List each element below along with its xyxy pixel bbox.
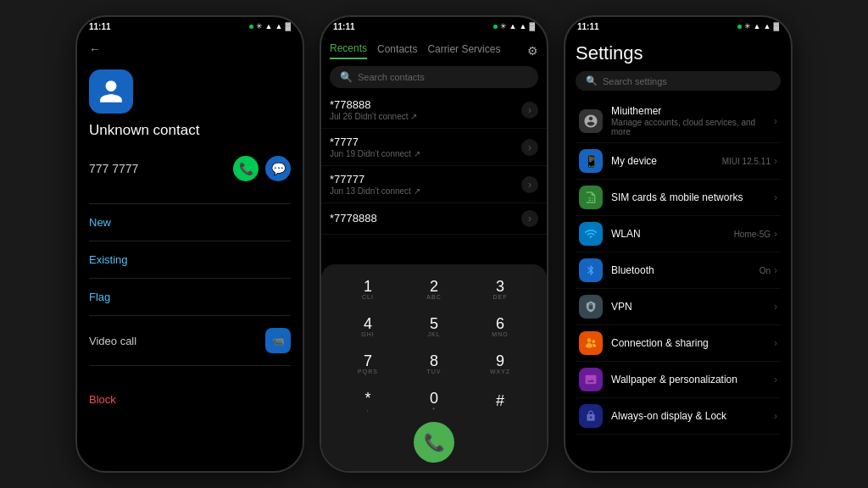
connection-icon [579, 331, 603, 355]
dial-call-button[interactable]: 📞 [414, 422, 454, 463]
contacts-search-bar[interactable]: 🔍 Search contacts [330, 66, 538, 88]
dialpad-key-1[interactable]: 1 CLI [346, 273, 390, 305]
settings-item-wallpaper[interactable]: Wallpaper & personalization › [576, 362, 781, 398]
settings-item-mydevice[interactable]: 📱 My device MIUI 12.5.11 › [576, 143, 781, 180]
dialpad-key-7[interactable]: 7 PQRS [346, 347, 390, 380]
chevron-icon-wallpaper: › [774, 374, 777, 385]
divider-4 [89, 315, 291, 316]
settings-item-miuithemer[interactable]: Miuithemer Manage accounts, cloud servic… [576, 99, 781, 143]
dialpad-num-9: 9 [496, 353, 504, 369]
dialpad-num-star: * [364, 391, 370, 406]
contact-screen: ← Unknown contact 777 7777 📞 💬 New [77, 36, 303, 421]
contact-avatar [89, 69, 133, 114]
search-icon-settings: 🔍 [586, 75, 598, 86]
call-button[interactable]: 📞 [233, 156, 259, 181]
battery-icon-2: ▓ [529, 22, 535, 30]
battery-icon: ▓ [285, 22, 291, 30]
settings-search-bar[interactable]: 🔍 Search settings [576, 71, 781, 91]
search-icon-dialer: 🔍 [340, 71, 353, 83]
tab-contacts[interactable]: Contacts [377, 43, 417, 58]
dialpad-key-hash[interactable]: # [478, 385, 522, 417]
call-number-4: *7778888 [330, 212, 521, 225]
settings-item-vpn[interactable]: VPN › [576, 289, 781, 325]
dialpad-row-3: 7 PQRS 8 TUV 9 WXYZ [335, 347, 533, 380]
divider-1 [89, 203, 291, 204]
dialpad-sub-5: JKL [427, 331, 440, 337]
dialpad-num-7: 7 [364, 353, 372, 369]
settings-item-wlan[interactable]: WLAN Home-5G › [576, 216, 781, 252]
tab-recents[interactable]: Recents [330, 42, 367, 59]
dialpad-key-0[interactable]: 0 + [412, 385, 456, 417]
new-menu-item[interactable]: New [89, 208, 291, 237]
call-chevron-3: › [521, 176, 538, 193]
dialpad-sub-0: + [431, 406, 436, 412]
settings-item-sim[interactable]: SIM cards & mobile networks › [576, 180, 781, 216]
phone-1: 11:11 ✳ ▲ ▲ ▓ ← Unknown contact 777 7777 [75, 15, 304, 473]
recent-call-4[interactable]: *7778888 › [321, 203, 547, 235]
screen-3: Settings 🔍 Search settings Miuithemer Ma… [565, 36, 791, 471]
signal-icon-2: ▲ [509, 22, 517, 30]
dialpad-sub-7: PQRS [358, 369, 378, 374]
recent-call-2[interactable]: *7777 Jun 19 Didn't connect ↗ › [321, 129, 547, 166]
aod-text: Always-on display & Lock [611, 410, 774, 422]
wifi-icon-3: ▲ [764, 22, 771, 30]
dialpad-key-8[interactable]: 8 TUV [412, 347, 456, 380]
settings-item-connection[interactable]: Connection & sharing › [576, 325, 781, 362]
avatar-icon [97, 78, 125, 105]
dialpad-key-6[interactable]: 6 MNO [478, 310, 522, 342]
tab-carrier[interactable]: Carrier Services [427, 43, 500, 58]
call-chevron-1: › [521, 102, 538, 119]
recent-call-1[interactable]: *778888 Jul 26 Didn't connect ↗ › [321, 92, 547, 129]
connection-text: Connection & sharing [611, 337, 774, 349]
status-bar-1: 11:11 ✳ ▲ ▲ ▓ [77, 17, 303, 36]
video-call-row: Video call 📹 [89, 319, 291, 362]
status-time-2: 11:11 [333, 22, 355, 31]
dialpad-num-hash: # [496, 393, 504, 408]
wlan-title: WLAN [611, 228, 734, 240]
settings-screen: Settings 🔍 Search settings Miuithemer Ma… [565, 36, 791, 441]
dialer-screen: Recents Contacts Carrier Services ⚙ 🔍 Se… [321, 36, 547, 471]
settings-item-aod[interactable]: Always-on display & Lock › [576, 398, 781, 435]
settings-icon-dialer[interactable]: ⚙ [527, 44, 538, 58]
chevron-icon-connection: › [774, 337, 777, 349]
dialpad-call-row: 📞 [335, 422, 533, 463]
dialpad-sub-4: GHI [361, 331, 374, 337]
wallpaper-text: Wallpaper & personalization [611, 374, 774, 385]
status-icons-1: ✳ ▲ ▲ ▓ [249, 22, 291, 30]
dialpad-key-9[interactable]: 9 WXYZ [478, 347, 522, 380]
divider-2 [89, 241, 291, 241]
dialpad-sub-1: CLI [362, 294, 374, 300]
settings-item-bluetooth[interactable]: Bluetooth On › [576, 252, 781, 289]
dialer-tabs: Recents Contacts Carrier Services ⚙ [321, 36, 547, 63]
call-number-2: *7777 [330, 136, 521, 148]
chevron-icon-aod: › [774, 410, 777, 422]
bluetooth-icon-3: ✳ [744, 22, 751, 30]
video-call-label: Video call [89, 335, 136, 347]
block-menu-item[interactable]: Block [89, 385, 291, 414]
dialpad-key-star[interactable]: * , [346, 385, 390, 417]
recent-call-3[interactable]: *77777 Jun 13 Didn't connect ↗ › [321, 166, 547, 203]
chevron-icon-sim: › [774, 191, 777, 203]
dialpad-num-6: 6 [496, 316, 504, 331]
aod-icon [579, 404, 603, 428]
dialpad-key-3[interactable]: 3 DEF [478, 273, 522, 305]
video-call-button[interactable]: 📹 [265, 328, 291, 353]
connection-title: Connection & sharing [611, 337, 774, 349]
bluetooth-status: On [760, 266, 771, 275]
dialpad-key-5[interactable]: 5 JKL [412, 310, 456, 342]
message-button[interactable]: 💬 [265, 156, 291, 181]
screen-2: Recents Contacts Carrier Services ⚙ 🔍 Se… [321, 36, 547, 471]
existing-menu-item[interactable]: Existing [89, 245, 291, 274]
dialpad-key-4[interactable]: 4 GHI [346, 310, 390, 342]
dialpad-key-2[interactable]: 2 ABC [412, 273, 456, 305]
status-time-1: 11:11 [89, 22, 111, 31]
miuithemer-text: Miuithemer Manage accounts, cloud servic… [611, 105, 774, 136]
sim-title: SIM cards & mobile networks [611, 191, 774, 203]
chevron-icon-vpn: › [774, 301, 777, 313]
call-number-1: *778888 [330, 98, 521, 111]
flag-menu-item[interactable]: Flag [89, 282, 291, 312]
status-bar-2: 11:11 ✳ ▲ ▲ ▓ [321, 17, 547, 36]
mydevice-text: My device [611, 155, 722, 167]
back-button[interactable]: ← [89, 42, 291, 56]
dialpad-num-1: 1 [364, 279, 372, 294]
